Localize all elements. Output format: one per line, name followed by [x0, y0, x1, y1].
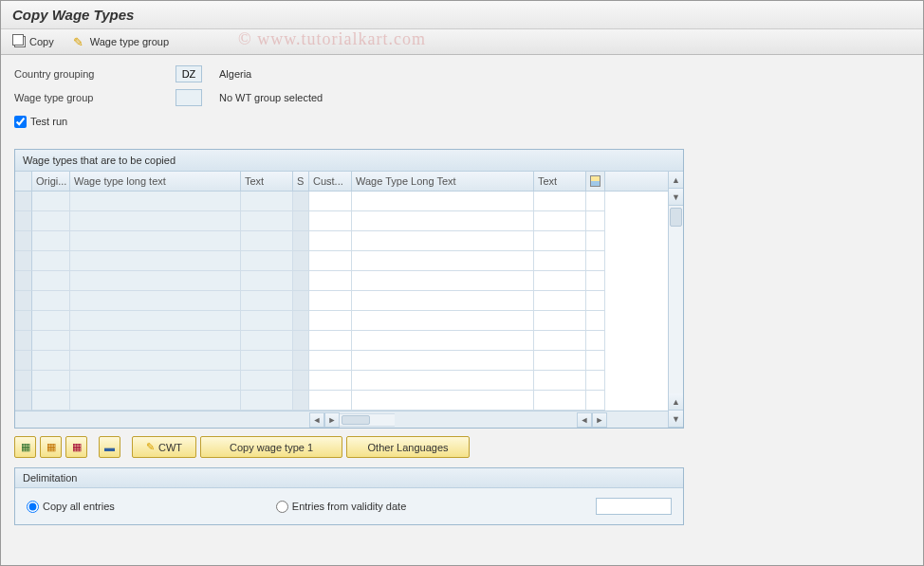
cell-wage-type-long-text-2[interactable]: [352, 211, 534, 231]
row-selector[interactable]: [15, 271, 32, 291]
delete-row-button[interactable]: ▬: [99, 436, 120, 458]
cell-s[interactable]: [293, 351, 309, 371]
cell-wage-type-long-text-2[interactable]: [352, 351, 534, 371]
cell-origi[interactable]: [32, 231, 70, 251]
cell-origi[interactable]: [32, 192, 70, 211]
hscroll-left-2[interactable]: ◄: [577, 412, 592, 428]
deselect-all-button[interactable]: ▦: [40, 436, 62, 458]
cell-wage-type-long-text-2[interactable]: [352, 291, 534, 311]
row-selector[interactable]: [15, 371, 32, 391]
cell-s[interactable]: [293, 331, 309, 351]
cell-wage-type-long-text-2[interactable]: [352, 231, 534, 251]
entries-from-date-radio-wrap[interactable]: Entries from validity date: [276, 501, 406, 513]
cell-origi[interactable]: [32, 331, 70, 351]
cell-text-2[interactable]: [534, 192, 586, 211]
cell-cust[interactable]: [309, 251, 352, 271]
cell-wage-type-long-text-1[interactable]: [70, 311, 241, 331]
cell-cust[interactable]: [309, 271, 352, 291]
row-selector[interactable]: [15, 311, 32, 331]
col-text-1[interactable]: Text: [241, 172, 293, 191]
cell-s[interactable]: [293, 391, 309, 411]
cell-text-1[interactable]: [241, 291, 293, 311]
cell-s[interactable]: [293, 211, 309, 231]
cell-wage-type-long-text-1[interactable]: [70, 391, 241, 411]
table-row[interactable]: [15, 231, 668, 251]
col-text-2[interactable]: Text: [534, 172, 586, 191]
cell-s[interactable]: [293, 311, 309, 331]
cell-wage-type-long-text-2[interactable]: [352, 271, 534, 291]
cell-wage-type-long-text-2[interactable]: [352, 331, 534, 351]
cell-origi[interactable]: [32, 271, 70, 291]
cell-wage-type-long-text-2[interactable]: [352, 391, 534, 411]
cell-text-1[interactable]: [241, 351, 293, 371]
col-cust[interactable]: Cust...: [309, 172, 352, 191]
vscroll-down[interactable]: ▼: [669, 189, 683, 206]
cell-wage-type-long-text-1[interactable]: [70, 192, 241, 211]
col-wage-type-long-text-2[interactable]: Wage Type Long Text: [352, 172, 534, 191]
row-selector[interactable]: [15, 211, 32, 231]
cell-s[interactable]: [293, 192, 309, 211]
row-selector[interactable]: [15, 231, 32, 251]
row-selector[interactable]: [15, 351, 32, 371]
hscroll-thumb-1[interactable]: [342, 415, 370, 425]
cell-cust[interactable]: [309, 351, 352, 371]
cell-s[interactable]: [293, 231, 309, 251]
cell-text-2[interactable]: [534, 351, 586, 371]
cell-text-1[interactable]: [241, 311, 293, 331]
cell-text-2[interactable]: [534, 371, 586, 391]
cell-text-2[interactable]: [534, 311, 586, 331]
cell-wage-type-long-text-2[interactable]: [352, 192, 534, 211]
copy-wage-type-1-button[interactable]: Copy wage type 1: [200, 436, 342, 458]
cell-wage-type-long-text-1[interactable]: [70, 371, 241, 391]
cell-cust[interactable]: [309, 211, 352, 231]
validity-date-input[interactable]: [596, 498, 672, 515]
table-row[interactable]: [15, 192, 668, 211]
cell-text-1[interactable]: [241, 231, 293, 251]
cell-cust[interactable]: [309, 371, 352, 391]
cell-origi[interactable]: [32, 311, 70, 331]
cell-text-2[interactable]: [534, 331, 586, 351]
row-selector[interactable]: [15, 331, 32, 351]
table-row[interactable]: [15, 371, 668, 391]
cell-origi[interactable]: [32, 391, 70, 411]
row-selector[interactable]: [15, 391, 32, 411]
vscroll-track[interactable]: [669, 206, 683, 393]
row-selector[interactable]: [15, 251, 32, 271]
select-all-button[interactable]: ▦: [14, 436, 36, 458]
cell-cust[interactable]: [309, 391, 352, 411]
cell-wage-type-long-text-2[interactable]: [352, 311, 534, 331]
entries-from-date-radio[interactable]: [276, 501, 288, 513]
table-row[interactable]: [15, 391, 668, 411]
cell-text-1[interactable]: [241, 251, 293, 271]
cell-wage-type-long-text-1[interactable]: [70, 271, 241, 291]
vscroll-up-2[interactable]: ▲: [669, 393, 683, 411]
row-selector[interactable]: [15, 192, 32, 211]
sort-button[interactable]: ▦: [65, 436, 87, 458]
table-row[interactable]: [15, 351, 668, 371]
copy-all-entries-radio-wrap[interactable]: Copy all entries: [27, 501, 115, 513]
cell-s[interactable]: [293, 371, 309, 391]
cell-origi[interactable]: [32, 251, 70, 271]
cell-s[interactable]: [293, 291, 309, 311]
cell-origi[interactable]: [32, 351, 70, 371]
cell-cust[interactable]: [309, 192, 352, 211]
cell-cust[interactable]: [309, 331, 352, 351]
cell-s[interactable]: [293, 271, 309, 291]
vscroll-down-2[interactable]: ▼: [669, 411, 683, 428]
col-wage-type-long-text-1[interactable]: Wage type long text: [70, 172, 241, 191]
test-run-checkbox[interactable]: [14, 116, 27, 128]
table-row[interactable]: [15, 291, 668, 311]
hscroll-right-1[interactable]: ►: [324, 412, 340, 428]
country-grouping-input[interactable]: [176, 65, 202, 82]
hscroll-track-1[interactable]: [340, 413, 395, 427]
cwt-button[interactable]: ✎ CWT: [132, 436, 196, 458]
table-row[interactable]: [15, 211, 668, 231]
wage-type-group-input[interactable]: [176, 89, 202, 106]
cell-text-1[interactable]: [241, 371, 293, 391]
table-row[interactable]: [15, 331, 668, 351]
col-origi[interactable]: Origi...: [32, 172, 70, 191]
cell-origi[interactable]: [32, 371, 70, 391]
cell-text-2[interactable]: [534, 251, 586, 271]
table-row[interactable]: [15, 311, 668, 331]
cell-cust[interactable]: [309, 291, 352, 311]
